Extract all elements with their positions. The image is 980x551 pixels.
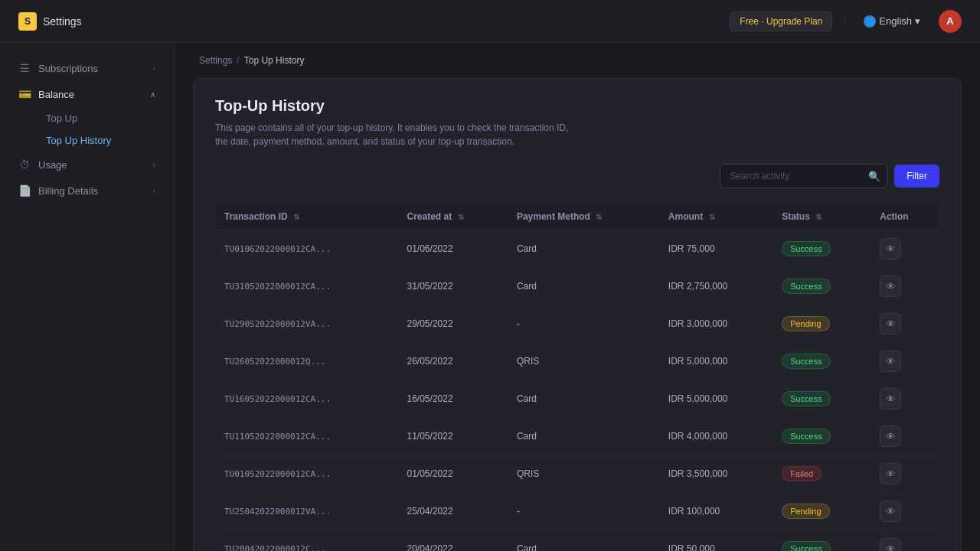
status-badge: Success: [782, 541, 831, 551]
col-amount[interactable]: Amount ⇅: [659, 204, 773, 230]
status-badge: Pending: [782, 316, 829, 331]
billing-icon: 📄: [18, 184, 31, 197]
view-action-button[interactable]: 👁: [880, 388, 901, 409]
table-header: Transaction ID ⇅ Created at ⇅ Payment Me…: [215, 204, 939, 230]
col-created-at[interactable]: Created at ⇅: [398, 204, 508, 230]
cell-transaction-id: TU31052022000012CA...: [215, 268, 398, 305]
view-action-button[interactable]: 👁: [880, 538, 901, 551]
view-action-button[interactable]: 👁: [880, 463, 901, 484]
sidebar-item-billing-details[interactable]: 📄 Billing Details ›: [6, 178, 168, 204]
navbar-separator: [844, 12, 845, 31]
cell-payment-method: -: [508, 493, 659, 530]
cell-created-at: 29/05/2022: [398, 305, 508, 343]
cell-status: Success: [773, 230, 871, 268]
cell-payment-method: Card: [508, 230, 659, 268]
cell-amount: IDR 3,000,000: [659, 305, 773, 343]
cell-transaction-id: TU01052022000012CA...: [215, 455, 398, 493]
breadcrumb-settings-link[interactable]: Settings: [199, 55, 232, 66]
main-layout: ☰ Subscriptions › 💳 Balance ∧ Top Up Top…: [0, 43, 980, 551]
cell-created-at: 20/04/2022: [398, 530, 508, 552]
content-area: Settings / Top Up History Top-Up History…: [175, 43, 980, 551]
view-action-button[interactable]: 👁: [880, 500, 901, 522]
chevron-up-icon: ∧: [150, 90, 155, 99]
cell-status: Pending: [773, 493, 871, 530]
col-status[interactable]: Status ⇅: [773, 204, 871, 230]
table-row: TU01062022000012CA... 01/06/2022 Card ID…: [215, 230, 939, 268]
cell-action: 👁: [871, 455, 939, 493]
cell-action: 👁: [871, 380, 939, 418]
chevron-right-icon-usage: ›: [153, 161, 155, 169]
cell-created-at: 01/05/2022: [398, 455, 508, 493]
search-input[interactable]: [720, 164, 888, 188]
sidebar-item-usage[interactable]: ⏱ Usage ›: [6, 152, 168, 178]
balance-icon: 💳: [18, 88, 31, 100]
cell-status: Success: [773, 343, 871, 380]
sidebar-item-subscriptions[interactable]: ☰ Subscriptions ›: [6, 55, 168, 81]
view-action-button[interactable]: 👁: [880, 313, 901, 334]
status-badge: Success: [782, 391, 831, 406]
cell-created-at: 26/05/2022: [398, 343, 508, 380]
chevron-right-icon-billing: ›: [153, 187, 155, 195]
cell-created-at: 16/05/2022: [398, 380, 508, 418]
col-transaction-id[interactable]: Transaction ID ⇅: [215, 204, 398, 230]
language-flag-icon: 🌐: [864, 15, 876, 28]
table-row: TU16052022000012CA... 16/05/2022 Card ID…: [215, 380, 939, 418]
table-row: TU01052022000012CA... 01/05/2022 QRIS ID…: [215, 455, 939, 493]
col-payment-method[interactable]: Payment Method ⇅: [508, 204, 659, 230]
cell-transaction-id: TU20042022000012C...: [215, 530, 398, 552]
sidebar-item-balance-label: Balance: [38, 89, 74, 100]
breadcrumb: Settings / Top Up History: [175, 43, 980, 78]
view-action-button[interactable]: 👁: [880, 425, 901, 447]
search-bar: 🔍 Filter: [215, 164, 939, 188]
cell-amount: IDR 4,000,000: [659, 418, 773, 455]
sidebar-item-billing-label: Billing Details: [38, 185, 98, 197]
cell-amount: IDR 3,500,000: [659, 455, 773, 493]
cell-amount: IDR 2,750,000: [659, 268, 773, 305]
cell-action: 👁: [871, 343, 939, 380]
sort-icon-status: ⇅: [815, 213, 822, 221]
avatar[interactable]: A: [939, 10, 962, 33]
sort-icon-amount: ⇅: [709, 213, 715, 221]
language-selector[interactable]: 🌐 English ▾: [858, 12, 926, 31]
sort-icon-payment-method: ⇅: [596, 213, 602, 221]
status-badge: Success: [782, 429, 831, 444]
logo-icon: S: [18, 12, 37, 31]
col-action: Action: [871, 204, 939, 230]
table-row: TU26052022000012Q... 26/05/2022 QRIS IDR…: [215, 343, 939, 380]
page-card: Top-Up History This page contains all of…: [193, 78, 962, 551]
cell-amount: IDR 75,000: [659, 230, 773, 268]
chevron-down-icon: ▾: [915, 15, 920, 27]
table-row: TU25042022000012VA... 25/04/2022 - IDR 1…: [215, 493, 939, 530]
table-body: TU01062022000012CA... 01/06/2022 Card ID…: [215, 230, 939, 552]
chevron-right-icon: ›: [153, 64, 155, 73]
cell-action: 👁: [871, 305, 939, 343]
cell-status: Success: [773, 380, 871, 418]
view-action-button[interactable]: 👁: [880, 276, 901, 297]
cell-created-at: 25/04/2022: [398, 493, 508, 530]
search-icon: 🔍: [868, 171, 880, 182]
upgrade-button[interactable]: Free · Upgrade Plan: [730, 11, 832, 31]
view-action-button[interactable]: 👁: [880, 350, 901, 372]
cell-status: Success: [773, 268, 871, 305]
transactions-table-wrapper: Transaction ID ⇅ Created at ⇅ Payment Me…: [215, 204, 939, 551]
filter-button[interactable]: Filter: [894, 165, 939, 187]
cell-payment-method: QRIS: [508, 455, 659, 493]
cell-transaction-id: TU25042022000012VA...: [215, 493, 398, 530]
view-action-button[interactable]: 👁: [880, 238, 901, 259]
sort-icon-transaction-id: ⇅: [293, 213, 299, 221]
status-badge: Failed: [782, 466, 822, 481]
cell-created-at: 31/05/2022: [398, 268, 508, 305]
cell-transaction-id: TU01062022000012CA...: [215, 230, 398, 268]
cell-transaction-id: TU11052022000012CA...: [215, 418, 398, 455]
sidebar-item-top-up-history[interactable]: Top Up History: [6, 129, 168, 152]
status-badge: Success: [782, 354, 831, 369]
cell-payment-method: Card: [508, 418, 659, 455]
sidebar-item-usage-label: Usage: [38, 159, 67, 171]
navbar-brand: S Settings: [18, 12, 82, 31]
sidebar-item-top-up[interactable]: Top Up: [6, 107, 168, 129]
navbar: S Settings Free · Upgrade Plan 🌐 English…: [0, 0, 980, 43]
sidebar-item-balance[interactable]: 💳 Balance ∧: [6, 81, 168, 107]
table-row: TU11052022000012CA... 11/05/2022 Card ID…: [215, 418, 939, 455]
navbar-title: Settings: [43, 15, 82, 28]
cell-amount: IDR 50,000: [659, 530, 773, 552]
